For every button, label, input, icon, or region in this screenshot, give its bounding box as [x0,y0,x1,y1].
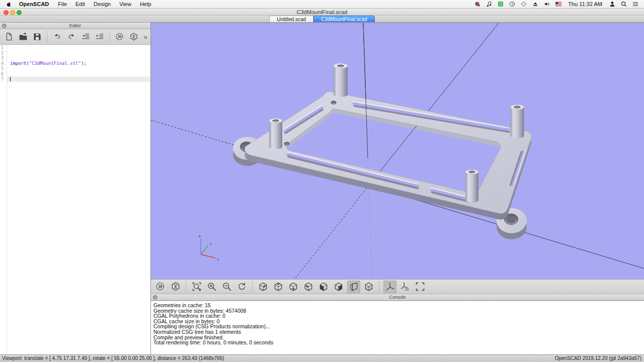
editor-panel-header: x Editor [0,23,150,29]
toolbar-separator [186,281,187,292]
preview-button[interactable] [154,281,167,293]
diamond-icon [520,1,527,8]
viewport-status-text: Viewport: translate = [ 4.75 17.31 7.49 … [2,355,224,361]
menu-list-menu-extra[interactable] [631,1,639,8]
save-button[interactable] [31,31,43,43]
editor-panel: x Editor » 1234567 import("C3dMountFinal… [0,23,151,354]
z-axis-label: z [199,234,201,238]
redo-button[interactable] [65,31,77,43]
us-flag-menu-extra[interactable] [554,1,562,8]
line-number: 7 [1,76,7,82]
preview-icon [155,282,166,292]
volume-icon [543,1,550,8]
doc-new-button[interactable] [3,31,15,43]
render-button[interactable] [128,31,140,43]
menu-list-icon [632,1,639,8]
tab-C3dMountFinal.scad[interactable]: C3dMountFinal.scad [313,16,375,22]
undo-button[interactable] [51,31,63,43]
clock-menu-extra[interactable] [508,1,516,8]
zoom-in-button[interactable] [205,281,218,293]
post-bottom [465,169,478,202]
music-note-menu-extra[interactable] [485,1,493,8]
reset-view-button[interactable] [235,281,249,293]
menu-item-design[interactable]: Design [94,1,111,7]
unindent-icon [81,32,90,41]
show-axes-button[interactable] [383,281,396,293]
perspective-button[interactable] [347,281,360,293]
zoom-in-icon [207,282,217,292]
tab-Untitled.scad[interactable]: Untitled.scad [269,16,313,22]
console-line: Normalized CSG tree has 1 elements [151,329,644,335]
console-line: CGAL Polyhedrons in cache: 0 [151,313,644,319]
console-output[interactable]: Geometries in cache: 15Geometry cache si… [151,301,644,354]
orthogonal-button[interactable] [362,281,375,293]
indent-button[interactable] [94,31,106,43]
code-punct: ); [81,61,87,66]
music-note-icon [486,1,493,8]
code-editor[interactable]: 1234567 import("C3dMountFinal.stl"); [0,45,150,354]
text-cursor [10,77,11,81]
menu-items: FileEditDesignViewHelp [58,1,159,7]
zoom-out-icon [222,282,232,292]
macos-menu-bar: OpenSCAD FileEditDesignViewHelp Thu 11:3… [0,0,644,9]
view-top-button[interactable] [272,281,285,293]
render-icon [171,282,181,292]
menu-item-file[interactable]: File [58,1,67,7]
show-scale-markers-button[interactable]: 10 [398,281,412,293]
perspective-icon [349,282,359,292]
view-top-icon [273,282,283,292]
app-red-icon [474,1,481,8]
window-title: C3dMountFinal.scad [0,9,644,15]
app-menu-title[interactable]: OpenSCAD [19,1,49,7]
orthogonal-icon [364,282,374,292]
console-panel-header: x Console [151,294,644,301]
apple-menu[interactable] [5,1,12,8]
diamond-menu-extra[interactable] [520,1,527,8]
user-menu-extra[interactable] [608,1,616,8]
menu-item-help[interactable]: Help [140,1,151,7]
view-back-icon [334,282,344,292]
view-bottom-button[interactable] [287,281,300,293]
view-right-button[interactable] [257,281,270,293]
menu-item-edit[interactable]: Edit [75,1,85,7]
line-number: 2 [1,50,7,56]
menu-item-view[interactable]: View [119,1,131,7]
code-line-5 [7,66,150,71]
y-axis-label: y [210,241,212,246]
code-keyword: import [10,61,27,66]
post-top [334,63,348,97]
view-back-button[interactable] [332,281,345,293]
eject-menu-extra[interactable] [531,1,539,8]
console-line: Total rendering time: 0 hours, 0 minutes… [151,340,644,345]
undo-icon [53,32,62,41]
volume-menu-extra[interactable] [543,1,550,8]
neg-y-axis-line [294,186,369,279]
folder-open-icon [19,32,28,41]
search-menu-extra[interactable] [620,1,627,8]
code-line-3 [7,55,150,61]
zoom-all-button[interactable] [190,281,203,293]
unindent-button[interactable] [79,31,92,43]
app-red-menu-extra[interactable] [473,1,481,8]
code-line-1 [7,45,150,50]
view-left-button[interactable] [302,281,315,293]
right-column: z y x 10 x Console Geometries in cache: … [151,23,644,354]
folder-open-button[interactable] [17,31,29,43]
doc-new-icon [5,32,14,41]
view-front-button[interactable] [317,281,330,293]
window-title-bar: C3dMountFinal.scad [0,9,644,16]
sync-green-menu-extra[interactable] [497,1,504,8]
toolbar-overflow-chevron[interactable]: » [144,33,148,41]
tab-bar: Untitled.scadC3dMountFinal.scad [0,16,644,23]
line-number-gutter: 1234567 [0,45,7,354]
sync-green-icon [497,1,504,8]
3d-viewport-canvas[interactable]: z y x [151,23,644,279]
menu-clock[interactable]: Thu 11:32 AM [568,1,602,7]
view-all-button[interactable] [414,281,427,293]
preview-button[interactable] [114,31,126,43]
3d-viewport[interactable]: z y x [151,23,644,279]
zoom-out-button[interactable] [220,281,233,293]
view-bottom-icon [288,282,298,292]
menu-right-icons [606,1,641,8]
render-button[interactable] [169,281,182,293]
